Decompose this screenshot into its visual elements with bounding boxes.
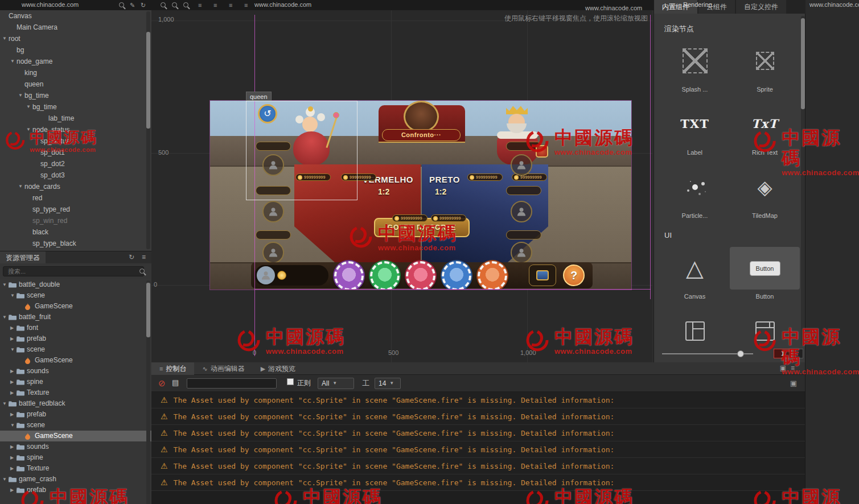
expand-arrow-icon[interactable]: ▶ — [10, 333, 17, 344]
expand-arrow-icon[interactable]: ▼ — [2, 474, 9, 485]
asset-item[interactable]: ▶ prefab — [0, 333, 151, 344]
align-right-icon[interactable]: ≡ — [229, 1, 232, 9]
align-center-icon[interactable]: ≡ — [213, 1, 217, 9]
asset-item[interactable]: GameScene — [0, 301, 151, 312]
refresh-assets-icon[interactable]: ↻ — [129, 253, 134, 261]
hierarchy-node[interactable]: Canvas — [0, 10, 151, 22]
log-file-icon[interactable]: ▤ — [172, 378, 179, 387]
expand-arrow-icon[interactable]: ▼ — [10, 420, 17, 431]
expand-arrow-icon[interactable]: ▼ — [2, 398, 9, 409]
component-tile[interactable]: Button Button — [730, 243, 800, 303]
selection-rect[interactable] — [246, 101, 357, 200]
asset-item[interactable]: ▶ Texture — [0, 387, 151, 398]
slider-track[interactable] — [662, 353, 753, 354]
component-tile[interactable]: TxT Rich Text — [730, 100, 800, 159]
component-tile[interactable]: Splash ... — [660, 36, 730, 96]
component-tile[interactable]: Particle... — [660, 163, 730, 222]
search-icon[interactable] — [139, 268, 145, 274]
asset-item[interactable]: ▼ scene — [0, 344, 151, 355]
expand-arrow-icon[interactable]: ▶ — [10, 377, 17, 387]
hierarchy-node[interactable]: sp_win_red — [0, 215, 151, 226]
font-size-select[interactable]: 14 ▼ — [375, 378, 401, 389]
zoom-in-icon[interactable] — [161, 2, 166, 7]
asset-item[interactable]: ▼ battle_double — [0, 279, 151, 290]
asset-item[interactable]: ▼ battle_fruit — [0, 312, 151, 323]
asset-item[interactable]: GameScene — [0, 431, 151, 441]
hierarchy-node[interactable]: red — [0, 192, 151, 204]
console-warning-row[interactable]: ⚠ The Asset used by component "cc.Sprite… — [151, 474, 805, 491]
hierarchy-node[interactable]: ▼ bg_time — [0, 90, 151, 101]
hierarchy-node[interactable]: sp_type_black — [0, 238, 151, 249]
asset-item[interactable]: ▶ sounds — [0, 441, 151, 452]
align-left-icon[interactable]: ≡ — [198, 1, 202, 9]
console-filter-input[interactable] — [187, 378, 277, 389]
hierarchy-node[interactable]: ▼ node_status — [0, 124, 151, 135]
hierarchy-node[interactable]: lab_time — [0, 113, 151, 124]
hierarchy-node[interactable]: sp_type_red — [0, 204, 151, 215]
console-warning-row[interactable]: ⚠ The Asset used by component "cc.Sprite… — [151, 392, 805, 408]
expand-arrow-icon[interactable]: ▶ — [10, 485, 17, 495]
hierarchy-node[interactable]: Main Camera — [0, 22, 151, 33]
hierarchy-node[interactable]: ▼ bg_time — [0, 101, 151, 113]
expand-arrow-icon[interactable]: ▶ — [10, 409, 17, 420]
asset-item[interactable]: ▶ spine — [0, 377, 151, 387]
console-warning-row[interactable]: ⚠ The Asset used by component "cc.Sprite… — [151, 408, 805, 425]
slider-value[interactable]: 1 — [774, 349, 792, 358]
tab-game-preview[interactable]: ▶ 游戏预览 — [253, 362, 303, 375]
expand-arrow-icon[interactable]: ▼ — [2, 279, 9, 290]
component-tile[interactable]: △ Canvas — [660, 243, 730, 303]
hierarchy-node[interactable]: sp_status — [0, 135, 151, 147]
asset-item[interactable]: GameScene — [0, 355, 151, 366]
expand-arrow-icon[interactable]: ▼ — [10, 344, 17, 355]
expand-arrow-icon[interactable]: ▶ — [10, 323, 17, 333]
expand-arrow-icon[interactable]: ▼ — [18, 90, 24, 101]
components-scrollbar[interactable] — [801, 16, 805, 346]
expand-arrow-icon[interactable]: ▼ — [10, 56, 17, 67]
tab-custom-components[interactable]: 自定义控件 — [736, 0, 786, 14]
component-tile[interactable]: Sprite — [730, 36, 800, 96]
expand-arrow-icon[interactable]: ▶ — [10, 452, 17, 463]
hierarchy-node[interactable]: queen — [0, 79, 151, 90]
search-icon[interactable] — [119, 2, 124, 7]
slider-knob[interactable] — [737, 350, 744, 357]
expand-arrow-icon[interactable]: ▶ — [10, 463, 17, 474]
edit-icon[interactable]: ✎ — [130, 1, 135, 9]
distribute-icon[interactable]: ≡ — [244, 1, 248, 9]
asset-item[interactable]: ▼ game_crash — [0, 474, 151, 485]
asset-item[interactable]: ▼ battle_redblack — [0, 398, 151, 409]
hierarchy-node[interactable]: black — [0, 226, 151, 238]
hierarchy-node[interactable]: ▼ node_game — [0, 56, 151, 67]
zoom-out-icon[interactable] — [172, 2, 177, 7]
expand-arrow-icon[interactable]: ▶ — [10, 366, 17, 377]
expand-arrow-icon[interactable]: ▼ — [2, 33, 9, 44]
hierarchy-node[interactable]: bg — [0, 44, 151, 56]
assets-menu-icon[interactable]: ≡ — [142, 253, 146, 261]
hierarchy-scrollbar[interactable] — [146, 11, 150, 249]
zoom-reset-icon[interactable] — [183, 2, 188, 7]
search-input[interactable] — [3, 266, 144, 276]
tab-console[interactable]: ≡ 控制台 — [151, 362, 194, 375]
console-warning-row[interactable]: ⚠ The Asset used by component "cc.Sprite… — [151, 441, 805, 458]
asset-item[interactable]: ▶ prefab — [0, 485, 151, 495]
hierarchy-node[interactable]: sp_dot1 — [0, 147, 151, 158]
asset-item[interactable]: ▶ font — [0, 323, 151, 333]
slider-extra-box[interactable] — [793, 349, 803, 358]
console-warning-row[interactable]: ⚠ The Asset used by component "cc.Sprite… — [151, 458, 805, 474]
expand-arrow-icon[interactable]: ▶ — [10, 387, 17, 398]
expand-arrow-icon[interactable]: ▼ — [26, 124, 32, 135]
console-expand-icon[interactable]: ▣ — [790, 379, 797, 387]
component-tile[interactable]: ◈ TiledMap — [730, 163, 800, 222]
hierarchy-node[interactable]: sp_dot3 — [0, 170, 151, 181]
asset-item[interactable]: ▼ scene — [0, 420, 151, 431]
hierarchy-node[interactable]: king — [0, 67, 151, 79]
log-level-select[interactable]: All ▼ — [318, 378, 354, 389]
asset-item[interactable]: ▶ spine — [0, 452, 151, 463]
hierarchy-node[interactable]: ▼ node_cards — [0, 181, 151, 192]
expand-arrow-icon[interactable]: ▼ — [18, 181, 24, 192]
expand-arrow-icon[interactable]: ▶ — [10, 441, 17, 452]
tab-animation-editor[interactable]: ∿ 动画编辑器 — [194, 362, 252, 375]
hierarchy-node[interactable]: ▼ root — [0, 33, 151, 44]
regex-checkbox[interactable] — [287, 378, 294, 385]
console-warning-row[interactable]: ⚠ The Asset used by component "cc.Sprite… — [151, 425, 805, 441]
expand-arrow-icon[interactable]: ▼ — [26, 101, 32, 113]
